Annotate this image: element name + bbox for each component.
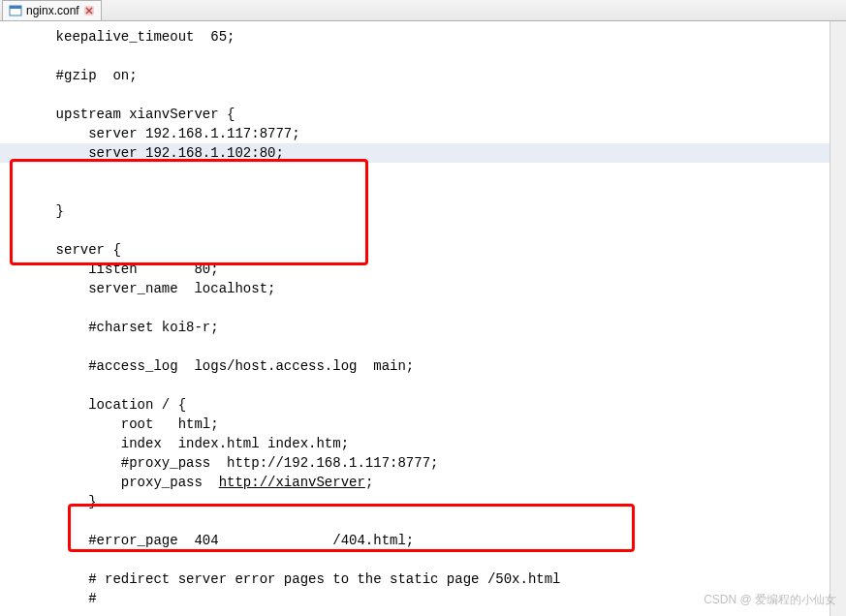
- code-line: index index.html index.htm;: [0, 434, 846, 453]
- code-line: root html;: [0, 415, 846, 434]
- code-line: server_name localhost;: [0, 279, 846, 298]
- code-line: [0, 376, 846, 395]
- code-line: [0, 298, 846, 318]
- code-line: [0, 511, 846, 531]
- tab-bar: nginx.conf: [0, 0, 846, 21]
- code-line: #gzip on;: [0, 66, 846, 85]
- code-line: #charset koi8-r;: [0, 318, 846, 337]
- code-line: #error_page 404 /404.html;: [0, 531, 846, 550]
- code-line: #proxy_pass http://192.168.1.117:8777;: [0, 453, 846, 473]
- code-line: keepalive_timeout 65;: [0, 27, 846, 46]
- code-line: [0, 550, 846, 570]
- code-line: #access_log logs/host.access.log main;: [0, 356, 846, 376]
- watermark: CSDN @ 爱编程的小仙女: [704, 592, 836, 608]
- code-line: server 192.168.1.117:8777;: [0, 124, 846, 143]
- vertical-scrollbar[interactable]: [830, 21, 846, 616]
- tab-filename: nginx.conf: [26, 4, 79, 17]
- code-line: # redirect server error pages to the sta…: [0, 570, 846, 589]
- code-line: }: [0, 492, 846, 511]
- code-line: [0, 85, 846, 105]
- code-line: proxy_pass http://xianvServer;: [0, 473, 846, 492]
- code-line: [0, 221, 846, 240]
- code-editor[interactable]: keepalive_timeout 65; #gzip on; upstream…: [0, 21, 846, 614]
- code-line: }: [0, 201, 846, 221]
- file-tab[interactable]: nginx.conf: [2, 0, 102, 20]
- code-line: [0, 163, 846, 182]
- code-line: [0, 337, 846, 356]
- code-line: listen 80;: [0, 260, 846, 279]
- proxy-url: http://xianvServer: [219, 475, 365, 490]
- svg-rect-1: [10, 6, 21, 9]
- code-line-active: server 192.168.1.102:80;: [0, 143, 846, 163]
- code-line: upstream xianvServer {: [0, 105, 846, 124]
- file-icon: [9, 4, 22, 17]
- code-line: server {: [0, 240, 846, 260]
- code-line: location / {: [0, 395, 846, 415]
- close-icon[interactable]: [83, 5, 95, 16]
- code-line: [0, 46, 846, 66]
- code-line: [0, 182, 846, 201]
